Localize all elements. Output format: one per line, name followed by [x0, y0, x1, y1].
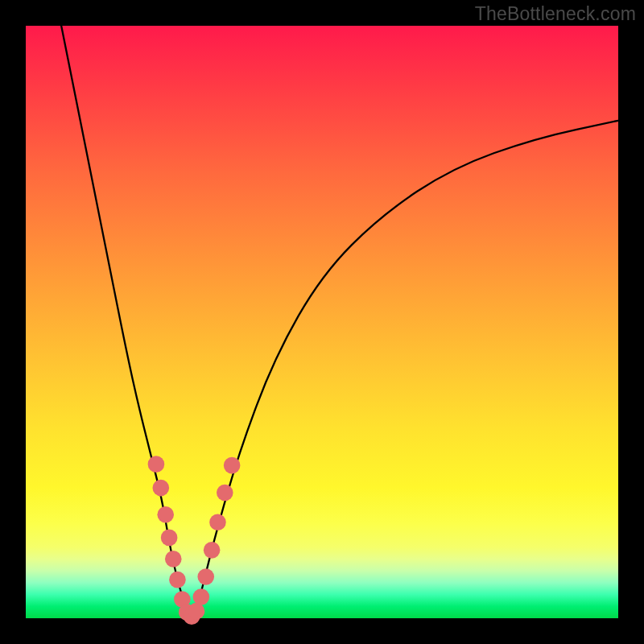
highlight-dot	[224, 457, 241, 474]
curve-layer	[26, 26, 618, 618]
highlight-dots	[148, 456, 241, 625]
highlight-dot	[197, 568, 214, 585]
highlight-dot	[204, 542, 221, 559]
bottleneck-curve	[61, 26, 618, 615]
highlight-dot	[193, 588, 210, 605]
highlight-dot	[188, 603, 205, 620]
plot-area	[26, 26, 618, 618]
highlight-dot	[153, 480, 170, 497]
watermark-label: TheBottleneck.com	[475, 3, 636, 25]
highlight-dot	[148, 456, 165, 473]
highlight-dot	[161, 530, 178, 547]
highlight-dot	[169, 572, 186, 588]
highlight-dot	[165, 551, 182, 568]
highlight-dot	[157, 506, 174, 523]
highlight-dot	[217, 485, 233, 502]
highlight-dot	[209, 514, 226, 530]
chart-frame: TheBottleneck.com	[0, 0, 644, 644]
